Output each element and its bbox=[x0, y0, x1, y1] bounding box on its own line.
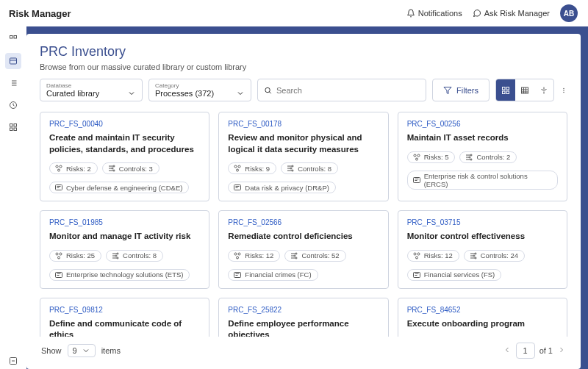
card-title: Define employee performance objectives bbox=[228, 318, 379, 337]
chevron-down-icon bbox=[236, 89, 245, 98]
nav-help-icon[interactable] bbox=[5, 353, 21, 369]
svg-point-20 bbox=[58, 169, 60, 171]
risks-chip: Risks: 2 bbox=[49, 162, 98, 174]
more-menu-button[interactable] bbox=[560, 79, 567, 101]
inventory-card[interactable]: PRC_FS_84652Execute onboarding programRi… bbox=[398, 298, 567, 337]
inventory-card[interactable]: PRC_FS_00256Maintain IT asset recordsRis… bbox=[398, 112, 567, 201]
controls-icon bbox=[286, 164, 295, 173]
controls-chip: Controls: 3 bbox=[102, 162, 159, 174]
risks-chip: Risks: 9 bbox=[228, 162, 276, 174]
svg-rect-6 bbox=[10, 128, 13, 131]
inventory-card[interactable]: PRC_FS_25822Define employee performance … bbox=[218, 298, 388, 337]
nav-clock-icon[interactable] bbox=[5, 97, 21, 113]
view-grid-button[interactable] bbox=[496, 79, 515, 101]
card-code: PRC_FS_03715 bbox=[407, 218, 558, 226]
card-code: PRC_FS_02566 bbox=[228, 218, 379, 226]
nav-list-icon[interactable] bbox=[5, 75, 21, 91]
inventory-card[interactable]: PRC_FS_00040Create and maintain IT secur… bbox=[40, 112, 209, 201]
category-select[interactable]: Category Processes (372) bbox=[148, 79, 251, 101]
svg-point-32 bbox=[414, 154, 416, 157]
inventory-card[interactable]: PRC_FS_09812Define and communicate code … bbox=[40, 298, 209, 337]
svg-point-57 bbox=[473, 255, 475, 257]
risk-icon bbox=[54, 164, 63, 173]
card-title: Create and maintain IT security policies… bbox=[49, 132, 200, 155]
tag-icon bbox=[233, 183, 242, 192]
controls-icon bbox=[465, 153, 473, 162]
svg-point-44 bbox=[117, 257, 118, 259]
svg-point-41 bbox=[58, 257, 60, 259]
controls-icon bbox=[111, 251, 120, 260]
controls-icon bbox=[107, 164, 116, 173]
svg-point-36 bbox=[469, 157, 470, 158]
view-table-button[interactable] bbox=[515, 79, 534, 101]
inventory-card[interactable]: PRC_FS_00178Review and monitor physical … bbox=[218, 112, 388, 201]
cards-grid: PRC_FS_00040Create and maintain IT secur… bbox=[40, 112, 567, 337]
controls-chip: Controls: 2 bbox=[459, 151, 517, 163]
svg-rect-1 bbox=[14, 36, 17, 39]
svg-point-37 bbox=[470, 159, 472, 160]
svg-point-53 bbox=[414, 253, 416, 255]
page-size-select[interactable]: 9 bbox=[68, 344, 96, 357]
controls-chip: Controls: 8 bbox=[281, 162, 338, 174]
controls-chip: Controls: 8 bbox=[106, 250, 163, 262]
svg-point-22 bbox=[112, 168, 113, 169]
controls-chip: Controls: 24 bbox=[464, 250, 525, 262]
notifications-link[interactable]: Notifications bbox=[406, 9, 462, 18]
svg-point-46 bbox=[234, 253, 237, 255]
svg-point-40 bbox=[60, 253, 62, 255]
view-compact-button[interactable] bbox=[534, 79, 553, 101]
nav-dashboard-icon[interactable] bbox=[5, 31, 21, 47]
database-select[interactable]: Database Curated library bbox=[40, 79, 143, 101]
card-title: Monitor and manage IT activity risk bbox=[49, 231, 200, 243]
svg-point-50 bbox=[294, 255, 295, 257]
svg-rect-0 bbox=[10, 36, 13, 39]
page-number-input[interactable]: 1 bbox=[516, 343, 535, 359]
nav-apps-icon[interactable] bbox=[5, 119, 21, 135]
svg-point-16 bbox=[563, 90, 564, 91]
risk-icon bbox=[233, 251, 242, 260]
svg-rect-10 bbox=[503, 87, 506, 90]
tag-icon bbox=[412, 271, 421, 279]
svg-point-15 bbox=[563, 87, 564, 89]
card-title: Monitor control effectiveness bbox=[407, 231, 558, 243]
ask-link[interactable]: Ask Risk Manager bbox=[473, 9, 550, 18]
svg-rect-12 bbox=[503, 91, 506, 94]
svg-rect-14 bbox=[522, 87, 528, 93]
risks-chip: Risks: 25 bbox=[49, 250, 101, 262]
filter-icon bbox=[443, 86, 452, 95]
bell-icon bbox=[406, 9, 415, 18]
svg-point-49 bbox=[295, 253, 297, 254]
tag-chip: Cyber defense & engineering (CD&E) bbox=[49, 182, 189, 193]
inventory-card[interactable]: PRC_FS_02566Remediate control deficienci… bbox=[218, 210, 388, 289]
more-vertical-icon bbox=[563, 85, 564, 96]
svg-point-58 bbox=[475, 257, 476, 259]
svg-point-51 bbox=[295, 257, 297, 259]
filters-button[interactable]: Filters bbox=[432, 79, 490, 101]
card-code: PRC_FS_84652 bbox=[407, 306, 558, 314]
svg-point-34 bbox=[415, 158, 417, 160]
chat-icon bbox=[473, 9, 481, 18]
tag-icon bbox=[54, 183, 63, 192]
nav-inventory-icon[interactable] bbox=[5, 53, 21, 69]
inventory-card[interactable]: PRC_FS_01985Monitor and manage IT activi… bbox=[40, 210, 209, 289]
top-bar: Risk Manager Notifications Ask Risk Mana… bbox=[0, 0, 588, 26]
search-icon bbox=[264, 86, 272, 95]
svg-point-26 bbox=[238, 165, 240, 168]
svg-rect-13 bbox=[506, 91, 509, 94]
card-code: PRC_FS_00256 bbox=[407, 120, 558, 128]
risk-icon bbox=[412, 153, 421, 162]
controls-icon bbox=[290, 251, 298, 260]
page-next-button[interactable] bbox=[557, 345, 566, 356]
svg-point-55 bbox=[415, 257, 417, 259]
view-toggle bbox=[495, 79, 554, 101]
tag-icon bbox=[54, 271, 63, 279]
card-code: PRC_FS_01985 bbox=[49, 218, 200, 226]
page-prev-button[interactable] bbox=[503, 345, 512, 356]
card-title: Remediate control deficiencies bbox=[228, 231, 379, 243]
controls-icon bbox=[469, 251, 478, 260]
search-input[interactable] bbox=[276, 86, 420, 95]
card-code: PRC_FS_00040 bbox=[49, 120, 200, 128]
search-input-wrap[interactable] bbox=[257, 79, 426, 101]
inventory-card[interactable]: PRC_FS_03715Monitor control effectivenes… bbox=[398, 210, 567, 289]
avatar[interactable]: AB bbox=[560, 4, 578, 22]
